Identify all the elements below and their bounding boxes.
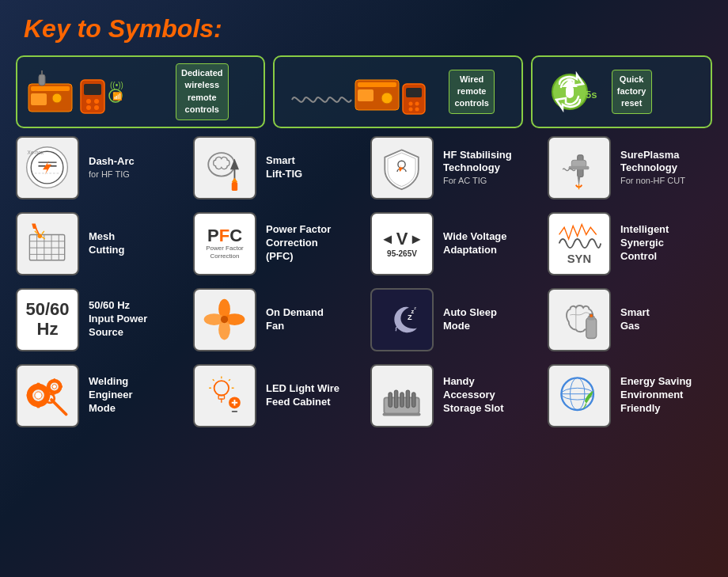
svg-point-65: [221, 315, 228, 322]
svg-point-11: [94, 105, 99, 110]
symbols-grid: Xe-nox Dash-Arc for HF TIG Smar: [16, 136, 712, 427]
symbol-item-dash-arc: Xe-nox Dash-Arc for HF TIG: [16, 136, 180, 199]
syn-icon-box: SYN: [548, 212, 611, 275]
storage-text: Handy Accessory Storage Slot: [443, 375, 504, 416]
svg-rect-78: [27, 393, 32, 397]
svg-rect-89: [59, 385, 63, 388]
quick-reset-icon: 5s: [542, 68, 605, 116]
svg-rect-88: [47, 385, 50, 388]
led-text: LED Light Wire Feed Cabinet: [266, 382, 339, 409]
symbol-item-sureplasma: SurePlasma Technology For non-HF CUT: [548, 136, 712, 199]
svg-text:z: z: [414, 305, 416, 309]
symbol-item-syn: SYN Intelligent Synergic Control: [548, 212, 712, 275]
symbol-item-mesh: Mesh Cutting: [16, 212, 180, 275]
globe-icon-box: [548, 364, 611, 427]
svg-marker-37: [230, 158, 239, 169]
dash-arc-text: Dash-Arc for HF TIG: [89, 155, 135, 180]
pfc-icon-box: PFC Power FactorCorrection: [193, 212, 256, 275]
svg-rect-16: [358, 82, 396, 87]
svg-rect-26: [566, 85, 574, 98]
hf-text: HF Stabilising Technology For AC TIG: [443, 149, 512, 187]
svg-rect-109: [406, 390, 410, 408]
symbol-item-led: LED Light Wire Feed Cabinet: [193, 364, 358, 427]
smart-lift-icon-box: [193, 136, 256, 199]
hz-text: 50/60 Hz Input Power Source: [89, 299, 147, 340]
wired-remote-banner: Wiredremotecontrols: [273, 55, 522, 128]
svg-rect-104: [232, 410, 237, 412]
svg-text:((•)): ((•)): [110, 81, 123, 89]
storage-icon-box: [370, 364, 434, 427]
wireless-remote-icon: ((•)) 📶: [27, 68, 169, 116]
symbol-item-pfc: PFC Power FactorCorrection Power Factor …: [193, 212, 358, 275]
engineer-text: Welding Engineer Mode: [89, 375, 133, 416]
svg-point-17: [381, 93, 392, 104]
symbol-item-smart-lift: Smart Lift-TIG: [193, 136, 358, 199]
svg-rect-107: [394, 390, 398, 408]
wired-remote-icon: [284, 68, 442, 116]
pfc-text: Power Factor Correction (PFC): [266, 223, 331, 264]
symbol-item-voltage: ◄ V ► 95-265V Wide Voltage Adaptation: [370, 212, 535, 275]
page-title: Key to Symbols:: [0, 0, 728, 51]
svg-rect-2: [31, 93, 47, 105]
fan-text: On Demand Fan: [266, 306, 324, 333]
sureplasma-icon-box: [548, 136, 611, 199]
voltage-text: Wide Voltage Adaptation: [443, 230, 507, 257]
svg-rect-20: [406, 88, 422, 97]
smartgas-text: Smart Gas: [620, 306, 650, 333]
syn-text: Intelligent Synergic Control: [620, 223, 669, 264]
symbol-item-hf: HF Stabilising Technology For AC TIG: [370, 136, 535, 199]
svg-rect-38: [232, 182, 237, 191]
svg-line-99: [213, 379, 214, 381]
banner-section: ((•)) 📶 Dedicatedwirelessremotecontrols: [16, 55, 712, 128]
symbol-item-fan: On Demand Fan: [193, 288, 358, 351]
svg-rect-106: [389, 392, 392, 406]
svg-rect-86: [53, 378, 55, 382]
sureplasma-text: SurePlasma Technology For non-HF CUT: [620, 149, 685, 187]
svg-point-10: [86, 105, 91, 110]
svg-rect-108: [400, 392, 404, 406]
svg-point-24: [415, 107, 419, 111]
svg-rect-4: [39, 74, 45, 85]
engineer-icon-box: [16, 364, 79, 427]
svg-rect-18: [358, 89, 373, 101]
svg-marker-39: [232, 177, 237, 182]
svg-rect-7: [84, 84, 101, 95]
wireless-remote-label: Dedicatedwirelessremotecontrols: [176, 63, 229, 120]
mesh-text: Mesh Cutting: [89, 230, 124, 257]
svg-line-97: [229, 379, 230, 381]
svg-text:Xe-nox: Xe-nox: [28, 149, 44, 154]
symbol-item-hz: 50/60Hz 50/60 Hz Input Power Source: [16, 288, 180, 351]
svg-point-75: [35, 391, 42, 398]
fan-icon-box: [193, 288, 256, 351]
sleep-icon-box: Z z z: [370, 288, 434, 351]
svg-point-56: [38, 233, 43, 238]
svg-point-92: [214, 381, 229, 395]
svg-rect-111: [383, 412, 421, 416]
mesh-icon-box: [16, 212, 79, 275]
svg-line-58: [42, 230, 44, 233]
globe-text: Energy Saving Environment Friendly: [620, 375, 692, 416]
svg-point-35: [208, 153, 234, 177]
svg-point-22: [415, 101, 419, 105]
svg-point-3: [52, 93, 62, 103]
smart-lift-text: Smart Lift-TIG: [266, 154, 302, 181]
svg-text:📶: 📶: [112, 91, 123, 101]
symbol-item-engineer: Welding Engineer Mode: [16, 364, 180, 427]
svg-marker-55: [32, 223, 36, 228]
svg-rect-110: [411, 392, 415, 406]
smartgas-icon-box: [548, 288, 611, 351]
svg-point-23: [409, 107, 413, 111]
svg-point-8: [86, 99, 91, 104]
hz-icon-box: 50/60Hz: [16, 288, 79, 351]
wireless-remote-banner: ((•)) 📶 Dedicatedwirelessremotecontrols: [16, 55, 265, 128]
svg-point-9: [94, 99, 99, 104]
svg-text:5s: 5s: [586, 89, 597, 101]
svg-rect-70: [586, 317, 597, 338]
led-icon-box: [193, 364, 256, 427]
sleep-text: Auto Sleep Mode: [443, 306, 497, 333]
wired-remote-label: Wiredremotecontrols: [449, 70, 494, 114]
hf-icon-box: [370, 136, 434, 199]
quick-reset-banner: 5s Quickfactoryreset: [531, 55, 712, 128]
symbol-item-storage: Handy Accessory Storage Slot: [370, 364, 535, 427]
symbol-item-sleep: Z z z Auto Sleep Mode: [370, 288, 535, 351]
